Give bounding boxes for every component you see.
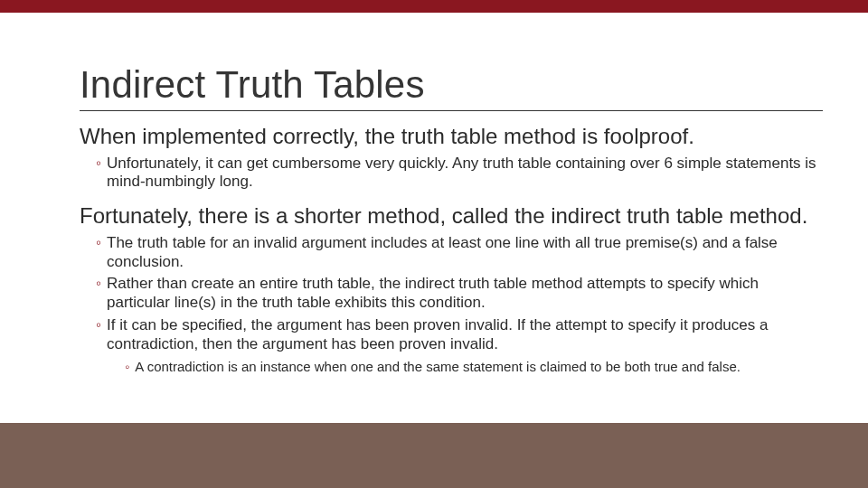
paragraph-1-sub-text: Unfortunately, it can get cumbersome ver… xyxy=(107,155,823,192)
bullet-icon: ◦ xyxy=(125,359,129,376)
list-item: ◦ The truth table for an invalid argumen… xyxy=(96,234,823,271)
list-item: ◦ Rather than create an entire truth tab… xyxy=(96,275,823,312)
bullet-icon: ◦ xyxy=(96,234,101,271)
list-item-text: Rather than create an entire truth table… xyxy=(107,275,823,312)
list-item: ◦ If it can be specified, the argument h… xyxy=(96,316,823,353)
list-item-text: If it can be specified, the argument has… xyxy=(107,316,823,353)
paragraph-2-subs: ◦ The truth table for an invalid argumen… xyxy=(96,234,823,376)
paragraph-2: Fortunately, there is a shorter method, … xyxy=(80,203,823,229)
bullet-icon: ◦ xyxy=(96,316,101,353)
slide-title: Indirect Truth Tables xyxy=(80,63,823,111)
paragraph-1-sub: ◦ Unfortunately, it can get cumbersome v… xyxy=(96,155,823,192)
bullet-icon: ◦ xyxy=(96,155,101,192)
paragraph-2-subsub-text: A contradiction is an instance when one … xyxy=(135,359,823,376)
slide-content: Indirect Truth Tables When implemented c… xyxy=(80,63,823,380)
list-item-text: The truth table for an invalid argument … xyxy=(107,234,823,271)
top-accent-bar xyxy=(0,0,868,13)
slide: Indirect Truth Tables When implemented c… xyxy=(0,0,868,488)
paragraph-1: When implemented correctly, the truth ta… xyxy=(80,124,823,149)
bottom-footer-bar xyxy=(0,423,868,488)
bullet-icon: ◦ xyxy=(96,275,101,312)
paragraph-2-subsub: ◦ A contradiction is an instance when on… xyxy=(125,359,823,376)
